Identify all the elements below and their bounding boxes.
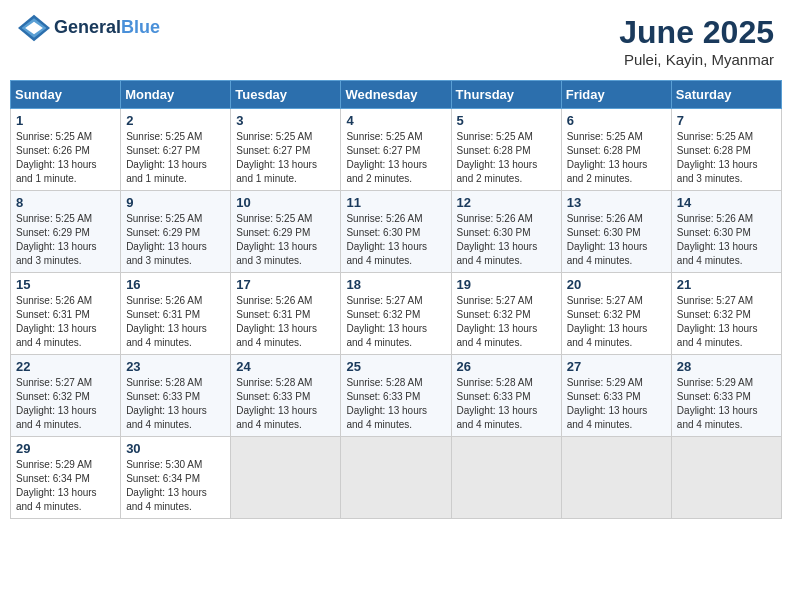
- day-info: Sunrise: 5:25 AMSunset: 6:27 PMDaylight:…: [236, 130, 335, 186]
- table-row: [341, 437, 451, 519]
- col-wednesday: Wednesday: [341, 81, 451, 109]
- day-number: 19: [457, 277, 556, 292]
- logo-text: GeneralBlue: [54, 18, 160, 38]
- day-number: 27: [567, 359, 666, 374]
- col-saturday: Saturday: [671, 81, 781, 109]
- table-row: 11Sunrise: 5:26 AMSunset: 6:30 PMDayligh…: [341, 191, 451, 273]
- day-info: Sunrise: 5:26 AMSunset: 6:31 PMDaylight:…: [16, 294, 115, 350]
- table-row: 24Sunrise: 5:28 AMSunset: 6:33 PMDayligh…: [231, 355, 341, 437]
- day-info: Sunrise: 5:25 AMSunset: 6:27 PMDaylight:…: [126, 130, 225, 186]
- day-number: 20: [567, 277, 666, 292]
- table-row: 12Sunrise: 5:26 AMSunset: 6:30 PMDayligh…: [451, 191, 561, 273]
- col-monday: Monday: [121, 81, 231, 109]
- table-row: 29Sunrise: 5:29 AMSunset: 6:34 PMDayligh…: [11, 437, 121, 519]
- table-row: 10Sunrise: 5:25 AMSunset: 6:29 PMDayligh…: [231, 191, 341, 273]
- day-info: Sunrise: 5:26 AMSunset: 6:30 PMDaylight:…: [346, 212, 445, 268]
- calendar-row: 1Sunrise: 5:25 AMSunset: 6:26 PMDaylight…: [11, 109, 782, 191]
- day-number: 7: [677, 113, 776, 128]
- day-number: 17: [236, 277, 335, 292]
- calendar-header: Sunday Monday Tuesday Wednesday Thursday…: [11, 81, 782, 109]
- day-info: Sunrise: 5:29 AMSunset: 6:33 PMDaylight:…: [567, 376, 666, 432]
- day-number: 30: [126, 441, 225, 456]
- day-number: 24: [236, 359, 335, 374]
- day-number: 28: [677, 359, 776, 374]
- table-row: 25Sunrise: 5:28 AMSunset: 6:33 PMDayligh…: [341, 355, 451, 437]
- day-number: 25: [346, 359, 445, 374]
- table-row: 2Sunrise: 5:25 AMSunset: 6:27 PMDaylight…: [121, 109, 231, 191]
- calendar-table: Sunday Monday Tuesday Wednesday Thursday…: [10, 80, 782, 519]
- day-info: Sunrise: 5:28 AMSunset: 6:33 PMDaylight:…: [236, 376, 335, 432]
- table-row: 8Sunrise: 5:25 AMSunset: 6:29 PMDaylight…: [11, 191, 121, 273]
- day-info: Sunrise: 5:25 AMSunset: 6:29 PMDaylight:…: [16, 212, 115, 268]
- table-row: 30Sunrise: 5:30 AMSunset: 6:34 PMDayligh…: [121, 437, 231, 519]
- calendar-row: 29Sunrise: 5:29 AMSunset: 6:34 PMDayligh…: [11, 437, 782, 519]
- day-info: Sunrise: 5:26 AMSunset: 6:30 PMDaylight:…: [677, 212, 776, 268]
- day-info: Sunrise: 5:28 AMSunset: 6:33 PMDaylight:…: [457, 376, 556, 432]
- table-row: 26Sunrise: 5:28 AMSunset: 6:33 PMDayligh…: [451, 355, 561, 437]
- day-number: 13: [567, 195, 666, 210]
- day-info: Sunrise: 5:28 AMSunset: 6:33 PMDaylight:…: [346, 376, 445, 432]
- day-number: 3: [236, 113, 335, 128]
- day-info: Sunrise: 5:27 AMSunset: 6:32 PMDaylight:…: [567, 294, 666, 350]
- table-row: 19Sunrise: 5:27 AMSunset: 6:32 PMDayligh…: [451, 273, 561, 355]
- table-row: 22Sunrise: 5:27 AMSunset: 6:32 PMDayligh…: [11, 355, 121, 437]
- calendar-row: 8Sunrise: 5:25 AMSunset: 6:29 PMDaylight…: [11, 191, 782, 273]
- day-number: 5: [457, 113, 556, 128]
- table-row: 17Sunrise: 5:26 AMSunset: 6:31 PMDayligh…: [231, 273, 341, 355]
- day-info: Sunrise: 5:26 AMSunset: 6:30 PMDaylight:…: [567, 212, 666, 268]
- day-info: Sunrise: 5:28 AMSunset: 6:33 PMDaylight:…: [126, 376, 225, 432]
- day-info: Sunrise: 5:26 AMSunset: 6:31 PMDaylight:…: [236, 294, 335, 350]
- day-number: 4: [346, 113, 445, 128]
- day-number: 2: [126, 113, 225, 128]
- table-row: 13Sunrise: 5:26 AMSunset: 6:30 PMDayligh…: [561, 191, 671, 273]
- col-sunday: Sunday: [11, 81, 121, 109]
- day-number: 22: [16, 359, 115, 374]
- page-header: GeneralBlue June 2025 Pulei, Kayin, Myan…: [10, 10, 782, 72]
- day-info: Sunrise: 5:29 AMSunset: 6:33 PMDaylight:…: [677, 376, 776, 432]
- calendar-row: 22Sunrise: 5:27 AMSunset: 6:32 PMDayligh…: [11, 355, 782, 437]
- day-info: Sunrise: 5:30 AMSunset: 6:34 PMDaylight:…: [126, 458, 225, 514]
- col-thursday: Thursday: [451, 81, 561, 109]
- table-row: 28Sunrise: 5:29 AMSunset: 6:33 PMDayligh…: [671, 355, 781, 437]
- title-block: June 2025 Pulei, Kayin, Myanmar: [619, 14, 774, 68]
- day-number: 29: [16, 441, 115, 456]
- logo-icon: [18, 14, 50, 42]
- day-info: Sunrise: 5:25 AMSunset: 6:26 PMDaylight:…: [16, 130, 115, 186]
- day-info: Sunrise: 5:25 AMSunset: 6:28 PMDaylight:…: [457, 130, 556, 186]
- day-number: 18: [346, 277, 445, 292]
- header-row: Sunday Monday Tuesday Wednesday Thursday…: [11, 81, 782, 109]
- table-row: 9Sunrise: 5:25 AMSunset: 6:29 PMDaylight…: [121, 191, 231, 273]
- table-row: 15Sunrise: 5:26 AMSunset: 6:31 PMDayligh…: [11, 273, 121, 355]
- table-row: 27Sunrise: 5:29 AMSunset: 6:33 PMDayligh…: [561, 355, 671, 437]
- day-number: 23: [126, 359, 225, 374]
- day-info: Sunrise: 5:25 AMSunset: 6:29 PMDaylight:…: [236, 212, 335, 268]
- day-info: Sunrise: 5:27 AMSunset: 6:32 PMDaylight:…: [677, 294, 776, 350]
- day-number: 9: [126, 195, 225, 210]
- logo: GeneralBlue: [18, 14, 160, 42]
- table-row: 4Sunrise: 5:25 AMSunset: 6:27 PMDaylight…: [341, 109, 451, 191]
- day-info: Sunrise: 5:25 AMSunset: 6:29 PMDaylight:…: [126, 212, 225, 268]
- day-number: 16: [126, 277, 225, 292]
- table-row: 14Sunrise: 5:26 AMSunset: 6:30 PMDayligh…: [671, 191, 781, 273]
- col-friday: Friday: [561, 81, 671, 109]
- day-number: 15: [16, 277, 115, 292]
- day-info: Sunrise: 5:25 AMSunset: 6:28 PMDaylight:…: [567, 130, 666, 186]
- day-number: 12: [457, 195, 556, 210]
- day-number: 26: [457, 359, 556, 374]
- table-row: [561, 437, 671, 519]
- table-row: 7Sunrise: 5:25 AMSunset: 6:28 PMDaylight…: [671, 109, 781, 191]
- day-info: Sunrise: 5:29 AMSunset: 6:34 PMDaylight:…: [16, 458, 115, 514]
- day-info: Sunrise: 5:27 AMSunset: 6:32 PMDaylight:…: [16, 376, 115, 432]
- table-row: 1Sunrise: 5:25 AMSunset: 6:26 PMDaylight…: [11, 109, 121, 191]
- table-row: [671, 437, 781, 519]
- table-row: 21Sunrise: 5:27 AMSunset: 6:32 PMDayligh…: [671, 273, 781, 355]
- day-number: 6: [567, 113, 666, 128]
- day-number: 14: [677, 195, 776, 210]
- day-info: Sunrise: 5:27 AMSunset: 6:32 PMDaylight:…: [457, 294, 556, 350]
- col-tuesday: Tuesday: [231, 81, 341, 109]
- table-row: 20Sunrise: 5:27 AMSunset: 6:32 PMDayligh…: [561, 273, 671, 355]
- day-info: Sunrise: 5:25 AMSunset: 6:27 PMDaylight:…: [346, 130, 445, 186]
- location: Pulei, Kayin, Myanmar: [619, 51, 774, 68]
- calendar-row: 15Sunrise: 5:26 AMSunset: 6:31 PMDayligh…: [11, 273, 782, 355]
- day-number: 10: [236, 195, 335, 210]
